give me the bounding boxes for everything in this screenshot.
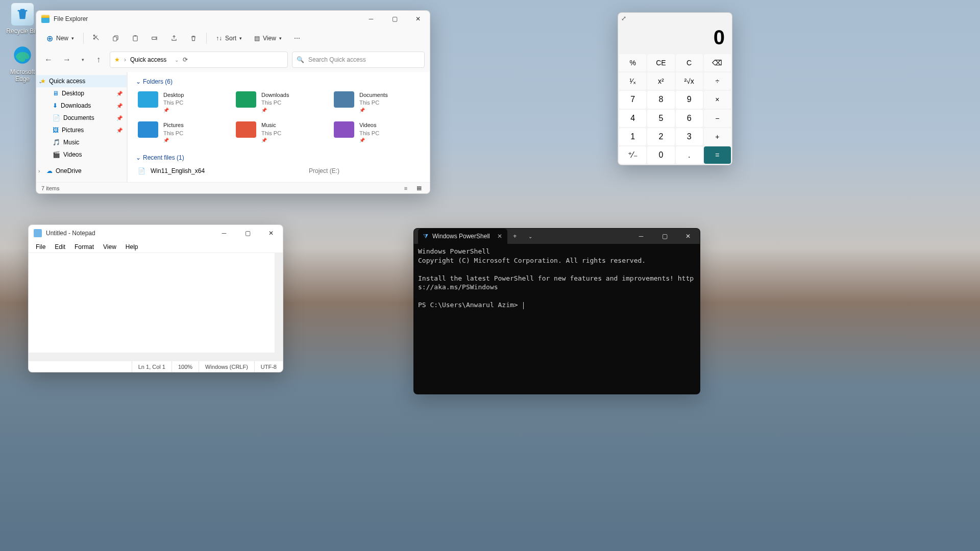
calc-key-5[interactable]: 5 xyxy=(647,110,674,127)
svg-rect-5 xyxy=(152,37,156,40)
calc-key-²√x[interactable]: ²√x xyxy=(676,72,703,90)
calc-key-2[interactable]: 2 xyxy=(647,128,674,145)
calc-key-C[interactable]: C xyxy=(676,54,703,71)
nav-forward-button[interactable]: → xyxy=(60,53,74,67)
refresh-button[interactable]: ⟳ xyxy=(183,56,188,63)
calc-key-=[interactable]: = xyxy=(704,146,731,164)
minimize-button[interactable]: ─ xyxy=(359,11,383,27)
calc-key-4[interactable]: 4 xyxy=(619,110,646,127)
folder-desktop[interactable]: DesktopThis PC📌 xyxy=(136,89,226,115)
tab-close-button[interactable]: ✕ xyxy=(497,233,502,240)
view-tiles-button[interactable]: ▦ xyxy=(413,184,425,193)
view-button[interactable]: ▤View▾ xyxy=(249,30,287,46)
nav-up-button[interactable]: ↑ xyxy=(91,53,106,67)
minimize-button[interactable]: ─ xyxy=(212,225,236,241)
view-details-button[interactable]: ≡ xyxy=(400,184,411,193)
group-recent-header[interactable]: ⌄Recent files (1) xyxy=(136,154,422,161)
calc-key-9[interactable]: 9 xyxy=(676,91,703,108)
search-icon: 🔍 xyxy=(297,56,304,63)
nav-item-videos[interactable]: 🎬Videos xyxy=(36,148,127,161)
calc-key-CE[interactable]: CE xyxy=(647,54,674,71)
calc-key-6[interactable]: 6 xyxy=(676,110,703,127)
close-button[interactable]: ✕ xyxy=(406,11,430,27)
calc-key-⌫[interactable]: ⌫ xyxy=(704,54,731,71)
folder-videos[interactable]: VideosThis PC📌 xyxy=(332,119,422,145)
paste-button[interactable] xyxy=(127,30,144,46)
terminal-window: ⧩ Windows PowerShell ✕ + ⌄ ─ ▢ ✕ Windows… xyxy=(413,228,700,394)
minimize-button[interactable]: ─ xyxy=(629,228,653,244)
nav-item-desktop[interactable]: 🖥Desktop📌 xyxy=(36,87,127,99)
svg-rect-4 xyxy=(134,35,136,36)
nav-back-button[interactable]: ← xyxy=(41,53,56,67)
terminal-titlebar[interactable]: ⧩ Windows PowerShell ✕ + ⌄ ─ ▢ ✕ xyxy=(414,229,700,244)
keep-on-top-icon[interactable]: ⤢ xyxy=(621,15,626,22)
sort-button[interactable]: ↑↓Sort▾ xyxy=(211,30,247,46)
calc-key-%[interactable]: % xyxy=(619,54,646,71)
explorer-nav-pane: ⌄★Quick access 🖥Desktop📌⬇Downloads📌📄Docu… xyxy=(36,72,127,182)
explorer-titlebar[interactable]: File Explorer ─ ▢ ✕ xyxy=(36,11,430,27)
nav-item-documents[interactable]: 📄Documents📌 xyxy=(36,112,127,124)
line-ending: Windows (CRLF) xyxy=(199,361,254,372)
maximize-button[interactable]: ▢ xyxy=(653,228,676,244)
notepad-status-bar: Ln 1, Col 1 100% Windows (CRLF) UTF-8 xyxy=(29,361,283,372)
calc-key-3[interactable]: 3 xyxy=(676,128,703,145)
nav-item-pictures[interactable]: 🖼Pictures📌 xyxy=(36,124,127,136)
calc-key-0[interactable]: 0 xyxy=(647,146,674,164)
maximize-button[interactable]: ▢ xyxy=(236,225,259,241)
nav-item-downloads[interactable]: ⬇Downloads📌 xyxy=(36,99,127,112)
menu-edit[interactable]: Edit xyxy=(51,242,69,252)
tab-dropdown-button[interactable]: ⌄ xyxy=(523,234,538,239)
folder-music[interactable]: MusicThis PC📌 xyxy=(234,119,324,145)
calc-key-⁺⁄₋[interactable]: ⁺⁄₋ xyxy=(619,146,646,164)
address-bar[interactable]: ★ › Quick access ⌄ ⟳ xyxy=(110,52,288,68)
copy-button[interactable] xyxy=(107,30,125,46)
menu-view[interactable]: View xyxy=(99,242,120,252)
star-icon: ★ xyxy=(114,56,120,63)
cut-button[interactable] xyxy=(88,30,105,46)
nav-quick-access[interactable]: ⌄★Quick access xyxy=(36,75,127,87)
notepad-menu-bar: FileEditFormatViewHelp xyxy=(29,241,283,253)
notepad-text-area[interactable] xyxy=(29,253,283,361)
more-button[interactable]: ⋯ xyxy=(289,30,305,46)
scrollbar-horizontal[interactable] xyxy=(29,353,283,361)
menu-format[interactable]: Format xyxy=(70,242,98,252)
calc-key-.[interactable]: . xyxy=(676,146,703,164)
new-button[interactable]: ⊕New▾ xyxy=(41,30,79,46)
folder-documents[interactable]: DocumentsThis PC📌 xyxy=(332,89,422,115)
close-button[interactable]: ✕ xyxy=(676,228,700,244)
scrollbar-vertical[interactable] xyxy=(275,253,283,353)
nav-history-button[interactable]: ▾ xyxy=(78,53,87,67)
terminal-body[interactable]: Windows PowerShell Copyright (C) Microso… xyxy=(414,244,700,394)
calc-key-÷[interactable]: ÷ xyxy=(704,72,731,90)
maximize-button[interactable]: ▢ xyxy=(383,11,406,27)
folder-pictures[interactable]: PicturesThis PC📌 xyxy=(136,119,226,145)
terminal-tab[interactable]: ⧩ Windows PowerShell ✕ xyxy=(418,229,507,244)
calc-key-7[interactable]: 7 xyxy=(619,91,646,108)
notepad-titlebar[interactable]: Untitled - Notepad ─ ▢ ✕ xyxy=(29,225,283,241)
chevron-down-icon[interactable]: ⌄ xyxy=(175,57,179,63)
nav-this-pc[interactable]: ›🖥This PC xyxy=(36,181,127,182)
new-tab-button[interactable]: + xyxy=(507,233,523,240)
rename-button[interactable] xyxy=(146,30,163,46)
recent-file[interactable]: 📄Win11_English_x64Project (E:) xyxy=(136,165,422,177)
calc-key-x²[interactable]: x² xyxy=(647,72,674,90)
calc-key-×[interactable]: × xyxy=(704,91,731,108)
search-input[interactable]: 🔍 Search Quick access xyxy=(292,52,425,68)
calc-key-8[interactable]: 8 xyxy=(647,91,674,108)
folder-downloads[interactable]: DownloadsThis PC📌 xyxy=(234,89,324,115)
nav-onedrive[interactable]: ›☁OneDrive xyxy=(36,165,127,177)
group-folders-header[interactable]: ⌄Folders (6) xyxy=(136,78,422,85)
recycle-bin-icon xyxy=(11,3,34,26)
notepad-title: Untitled - Notepad xyxy=(46,230,95,237)
calc-key-+[interactable]: + xyxy=(704,128,731,145)
menu-help[interactable]: Help xyxy=(121,242,142,252)
calc-key-1[interactable]: 1 xyxy=(619,128,646,145)
share-button[interactable] xyxy=(165,30,183,46)
delete-button[interactable] xyxy=(185,30,202,46)
close-button[interactable]: ✕ xyxy=(259,225,283,241)
calculator-titlebar[interactable]: ⤢ xyxy=(618,13,732,24)
calc-key-−[interactable]: − xyxy=(704,110,731,127)
nav-item-music[interactable]: 🎵Music xyxy=(36,136,127,148)
calc-key-¹⁄ₓ[interactable]: ¹⁄ₓ xyxy=(619,72,646,90)
menu-file[interactable]: File xyxy=(32,242,50,252)
